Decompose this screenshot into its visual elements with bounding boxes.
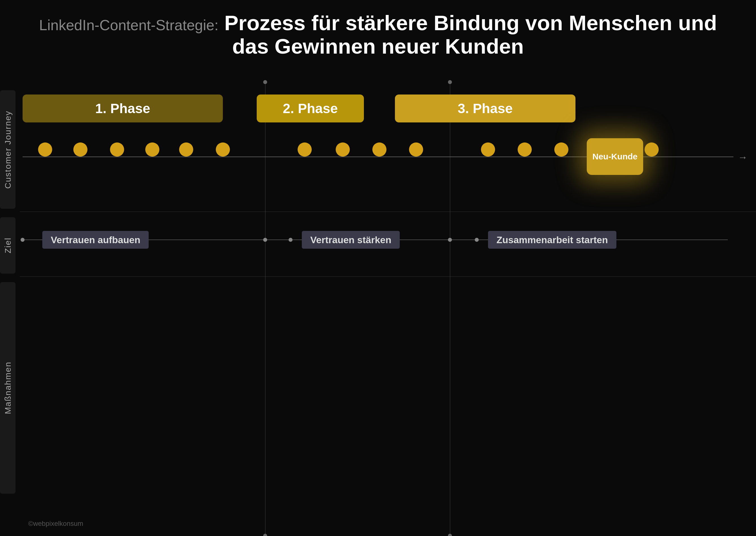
- timeline-dot-2-2: [336, 143, 350, 156]
- header-title-line1: Prozess für stärkere Bindung von Mensche…: [218, 11, 717, 35]
- header: LinkedIn-Content-Strategie: Prozess für …: [17, 11, 739, 58]
- v-separator-2: [450, 82, 450, 536]
- timeline-dot-1-6: [216, 143, 230, 156]
- ziel-badge-1: Vertrauen aufbauen: [42, 231, 149, 249]
- timeline-dot-2-1: [298, 143, 312, 156]
- phase-3-badge: 3. Phase: [395, 94, 575, 122]
- side-label-customer-journey: Customer Journey: [0, 90, 16, 209]
- timeline-arrow: →: [738, 152, 747, 163]
- timeline-dot-1-4: [145, 143, 159, 156]
- ziel-after-sep2-dot: [475, 238, 479, 242]
- timeline-dot-3-2: [518, 143, 532, 156]
- timeline-dot-1-3: [110, 143, 124, 156]
- timeline-dot-2-4: [409, 143, 423, 156]
- page-wrapper: LinkedIn-Content-Strategie: Prozess für …: [0, 0, 756, 536]
- header-title-line2: das Gewinnen neuer Kunden: [17, 35, 739, 58]
- timeline-dot-3-3: [554, 143, 569, 156]
- header-subtitle: LinkedIn-Content-Strategie:: [39, 17, 219, 33]
- ziel-start-dot: [20, 238, 24, 242]
- content-area: Customer Journey Ziel Maßnahmen 1. Phase…: [0, 82, 756, 536]
- copyright-text: ©webpixelkonsum: [28, 519, 83, 527]
- ziel-badge-2: Vertrauen stärken: [302, 231, 400, 249]
- phase-2-badge: 2. Phase: [257, 94, 364, 122]
- phases-row: 1. Phase 2. Phase 3. Phase: [22, 94, 739, 122]
- sep-dot-top-1: [263, 80, 267, 84]
- sep-dot-top-2: [448, 80, 452, 84]
- timeline-dot-3-1: [481, 143, 495, 156]
- ziel-badge-3: Zusammenarbeit starten: [488, 231, 616, 249]
- timeline-dot-1-5: [179, 143, 193, 156]
- timeline-dot-1-1: [38, 143, 52, 156]
- sep-dot-bottom-1: [263, 534, 267, 536]
- side-label-ziel: Ziel: [0, 217, 16, 274]
- ziel-after-sep1-dot: [289, 238, 292, 242]
- timeline-dot-2-3: [372, 143, 386, 156]
- timeline-dot-1-2: [73, 143, 87, 156]
- ziel-row: Vertrauen aufbauen Vertrauen stärken Zus…: [20, 228, 756, 251]
- footer: ©webpixelkonsum: [28, 519, 83, 527]
- sep-dot-bottom-2: [448, 534, 452, 536]
- timeline-dot-3-last: [644, 143, 659, 156]
- divider-1: [20, 212, 756, 212]
- ziel-sep1-dot: [263, 238, 267, 242]
- phase-1-badge: 1. Phase: [22, 94, 223, 122]
- neu-kunde-box: Neu-Kunde: [587, 138, 643, 175]
- side-label-massnahmen: Maßnahmen: [0, 282, 16, 494]
- ziel-sep2-dot: [448, 238, 452, 242]
